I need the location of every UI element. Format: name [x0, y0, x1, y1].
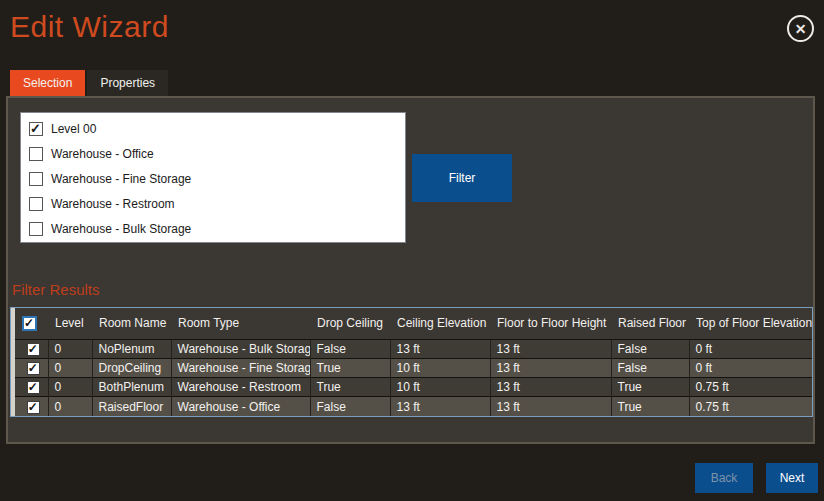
- column-header-drop-ceiling[interactable]: Drop Ceiling: [310, 308, 390, 339]
- cell-room-name: BothPlenum: [92, 378, 171, 397]
- cell-room-type: Warehouse - Bulk Storage: [171, 339, 310, 358]
- list-item-level-00[interactable]: Level 00: [21, 116, 405, 141]
- cell-top-of-floor-elevation: 0 ft: [689, 358, 812, 377]
- cell-room-type: Warehouse - Fine Storage: [171, 358, 310, 377]
- column-header-top-of-floor-elevation[interactable]: Top of Floor Elevation: [689, 308, 812, 339]
- cell-ceiling-elevation: 13 ft: [390, 397, 490, 416]
- back-button[interactable]: Back: [695, 463, 753, 493]
- row-checkbox[interactable]: [27, 343, 40, 356]
- cell-top-of-floor-elevation: 0.75 ft: [689, 378, 812, 397]
- cell-level: 0: [48, 358, 92, 377]
- tab-properties[interactable]: Properties: [87, 70, 168, 96]
- tab-bar: Selection Properties: [10, 70, 168, 96]
- list-item-label: Warehouse - Restroom: [51, 197, 175, 211]
- checkbox-unchecked-icon[interactable]: [29, 222, 43, 236]
- cell-level: 0: [48, 378, 92, 397]
- table-row[interactable]: 0 BothPlenum Warehouse - Restroom True 1…: [15, 378, 812, 397]
- select-all-checkbox[interactable]: [22, 316, 37, 331]
- cell-room-name: RaisedFloor: [92, 397, 171, 416]
- list-item-label: Warehouse - Office: [51, 147, 154, 161]
- level-room-listbox: Level 00 Warehouse - Office Warehouse - …: [20, 112, 406, 243]
- column-header-raised-floor[interactable]: Raised Floor: [611, 308, 689, 339]
- cell-top-of-floor-elevation: 0.75 ft: [689, 397, 812, 416]
- cell-room-type: Warehouse - Office: [171, 397, 310, 416]
- selection-panel: Level 00 Warehouse - Office Warehouse - …: [6, 96, 815, 444]
- cell-drop-ceiling: True: [310, 378, 390, 397]
- list-item-warehouse-bulk-storage[interactable]: Warehouse - Bulk Storage: [21, 216, 405, 241]
- cell-raised-floor: True: [611, 397, 689, 416]
- checkbox-unchecked-icon[interactable]: [29, 147, 43, 161]
- list-item-label: Warehouse - Fine Storage: [51, 172, 191, 186]
- cell-ceiling-elevation: 10 ft: [390, 358, 490, 377]
- grid-header-row: Level Room Name Room Type Drop Ceiling C…: [15, 308, 812, 339]
- column-header-ceiling-elevation[interactable]: Ceiling Elevation: [390, 308, 490, 339]
- column-header-floor-to-floor-height[interactable]: Floor to Floor Height: [490, 308, 611, 339]
- filter-results-title: Filter Results: [12, 281, 100, 298]
- close-icon[interactable]: ✕: [787, 15, 814, 42]
- next-button[interactable]: Next: [766, 463, 818, 493]
- row-checkbox[interactable]: [27, 401, 40, 414]
- cell-floor-to-floor-height: 13 ft: [490, 339, 611, 358]
- list-item-label: Warehouse - Bulk Storage: [51, 222, 191, 236]
- cell-floor-to-floor-height: 13 ft: [490, 397, 611, 416]
- cell-drop-ceiling: False: [310, 339, 390, 358]
- column-header-room-type[interactable]: Room Type: [171, 308, 310, 339]
- checkbox-unchecked-icon[interactable]: [29, 197, 43, 211]
- column-header-room-name[interactable]: Room Name: [92, 308, 171, 339]
- cell-ceiling-elevation: 13 ft: [390, 339, 490, 358]
- table-row[interactable]: 0 DropCeiling Warehouse - Fine Storage T…: [15, 358, 812, 377]
- cell-room-name: NoPlenum: [92, 339, 171, 358]
- checkbox-unchecked-icon[interactable]: [29, 172, 43, 186]
- cell-room-type: Warehouse - Restroom: [171, 378, 310, 397]
- table-row[interactable]: 0 NoPlenum Warehouse - Bulk Storage Fals…: [15, 339, 812, 358]
- list-item-warehouse-fine-storage[interactable]: Warehouse - Fine Storage: [21, 166, 405, 191]
- row-checkbox[interactable]: [27, 381, 40, 394]
- checkbox-checked-icon[interactable]: [29, 122, 43, 136]
- list-item-warehouse-office[interactable]: Warehouse - Office: [21, 141, 405, 166]
- list-item-label: Level 00: [51, 122, 96, 136]
- cell-drop-ceiling: False: [310, 397, 390, 416]
- list-item-warehouse-restroom[interactable]: Warehouse - Restroom: [21, 191, 405, 216]
- cell-level: 0: [48, 339, 92, 358]
- column-header-level[interactable]: Level: [48, 308, 92, 339]
- cell-room-name: DropCeiling: [92, 358, 171, 377]
- filter-results-grid: Level Room Name Room Type Drop Ceiling C…: [10, 307, 813, 417]
- cell-top-of-floor-elevation: 0 ft: [689, 339, 812, 358]
- tab-selection[interactable]: Selection: [10, 70, 85, 96]
- cell-raised-floor: False: [611, 339, 689, 358]
- cell-floor-to-floor-height: 13 ft: [490, 358, 611, 377]
- cell-drop-ceiling: True: [310, 358, 390, 377]
- cell-level: 0: [48, 397, 92, 416]
- cell-raised-floor: False: [611, 358, 689, 377]
- filter-button[interactable]: Filter: [412, 154, 512, 202]
- page-title: Edit Wizard: [10, 10, 169, 44]
- row-checkbox[interactable]: [27, 362, 40, 375]
- cell-raised-floor: True: [611, 378, 689, 397]
- cell-floor-to-floor-height: 13 ft: [490, 378, 611, 397]
- table-row[interactable]: 0 RaisedFloor Warehouse - Office False 1…: [15, 397, 812, 416]
- edit-wizard-dialog: { "window": { "title": "Edit Wizard" }, …: [0, 0, 824, 501]
- cell-ceiling-elevation: 10 ft: [390, 378, 490, 397]
